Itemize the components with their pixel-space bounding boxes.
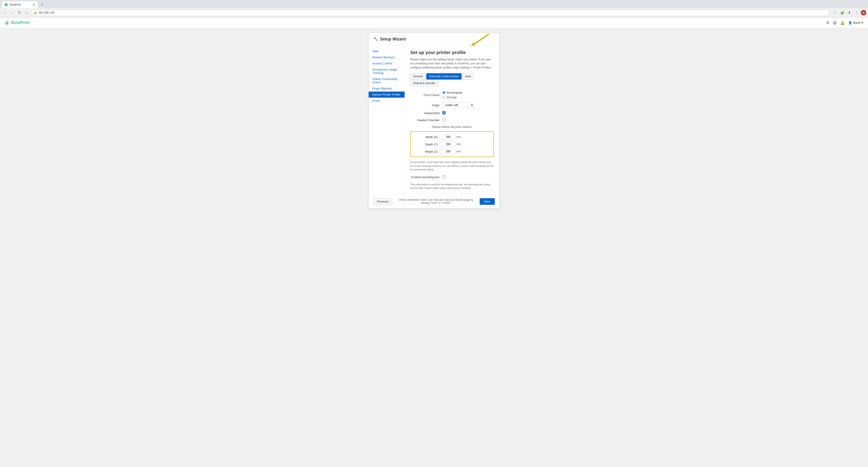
heated-bed-row: Heated Bed: [410, 111, 494, 115]
depth-unit: mm: [456, 143, 461, 146]
form-factor-circular[interactable]: Circular: [442, 96, 494, 99]
navbar-user[interactable]: 👤 Martin ▾: [848, 21, 864, 24]
heated-chamber-control: [442, 118, 494, 122]
navbar-user-dropdown-icon: ▾: [862, 21, 864, 24]
extensions-button[interactable]: 🧩: [839, 9, 845, 16]
tab-hotend[interactable]: Hotend & extruder: [410, 80, 438, 86]
wizard-wrapper: 🔧 Setup Wizard Start Restore Backup? Acc…: [368, 33, 500, 458]
custom-bounding-label: Custom bounding box: [410, 176, 440, 179]
address-bar-icons: 🔒: [34, 11, 37, 14]
tab-title: OctoPrint: [9, 3, 31, 6]
lock-icon: 🔒: [34, 11, 37, 14]
custom-bounding-row: Custom bounding box: [410, 175, 494, 179]
octoprint-logo-text: OctoPrint: [11, 20, 29, 25]
wizard-main: Set up your printer profile Please make …: [405, 45, 499, 195]
form-factor-circular-radio[interactable]: [442, 96, 445, 99]
depth-input-wrap: mm: [440, 142, 461, 147]
navbar-username: Martin: [853, 21, 861, 24]
sidebar-item-finish[interactable]: Finish: [369, 98, 405, 104]
octoprint-logo-icon: 🖨: [4, 20, 9, 25]
section-title: Set up your printer profile: [410, 50, 494, 55]
heated-chamber-row: Heated Chamber: [410, 118, 494, 122]
address-bar-row: ‹ › ↻ ⌂ 🔒 192.168.1.93 ☆ 🧩 ⬇ ⋮ M: [0, 8, 868, 17]
navbar-icons: ⚙ ⏻ 🔔 👤 Martin ▾: [826, 21, 864, 25]
hint-text: If your printer's print head may move sl…: [410, 160, 494, 172]
bell-icon[interactable]: 🔔: [840, 21, 845, 25]
height-input-wrap: mm: [440, 149, 461, 154]
heated-bed-checkbox[interactable]: [442, 111, 445, 114]
tab-print-bed[interactable]: Print bed & build volume: [426, 73, 462, 80]
form-factor-rectangular-radio[interactable]: [442, 91, 445, 94]
settings-icon[interactable]: ⚙: [826, 21, 829, 25]
width-label: Width (X): [415, 135, 438, 139]
wizard-sidebar: Start Restore Backup? Access Control Ano…: [369, 45, 405, 195]
width-input-wrap: mm: [440, 134, 461, 139]
width-row: Width (X) mm: [415, 134, 489, 139]
height-label: Height (Z): [415, 150, 438, 153]
tab-axes[interactable]: Axes: [462, 73, 474, 80]
new-tab-button[interactable]: +: [39, 2, 45, 8]
wizard-footer: Previous Unless otherwise noted, you may…: [369, 195, 499, 208]
depth-label: Depth (Y): [415, 143, 438, 146]
power-icon[interactable]: ⏻: [833, 21, 837, 25]
custom-bounding-checkbox[interactable]: [442, 175, 445, 178]
origin-select[interactable]: Lower Left Center: [442, 102, 474, 108]
sidebar-item-anonymous-usage[interactable]: Anonymous Usage Tracking: [369, 66, 405, 76]
width-unit: mm: [456, 135, 461, 138]
browser-actions: ☆ 🧩 ⬇ ⋮ M: [832, 9, 866, 16]
previous-button[interactable]: Previous: [373, 198, 393, 205]
origin-row: Origin Lower Left Center: [410, 102, 494, 108]
heated-bed-control: [442, 111, 494, 115]
tab-general[interactable]: General: [410, 73, 426, 80]
tab-close-btn[interactable]: ✕: [33, 3, 35, 6]
forward-button[interactable]: ›: [9, 9, 16, 16]
sidebar-item-access-control[interactable]: Access Control: [369, 60, 405, 66]
page-content: 🔧 Setup Wizard Start Restore Backup? Acc…: [0, 28, 868, 467]
depth-row: Depth (Y) mm: [415, 142, 489, 147]
user-icon: 👤: [848, 21, 852, 24]
sidebar-item-plugin-blacklist[interactable]: Plugin Blacklist: [369, 86, 405, 92]
origin-label: Origin: [410, 103, 440, 107]
info-text: This information is used for the tempera…: [410, 183, 494, 190]
sidebar-item-online-check[interactable]: Online Connectivity Check: [369, 76, 405, 86]
wizard-header-title: Setup Wizard: [380, 37, 406, 41]
star-button[interactable]: ☆: [832, 9, 838, 16]
form-factor-control: Rectangular Circular: [442, 91, 494, 99]
profile-avatar[interactable]: M: [861, 10, 866, 15]
height-input[interactable]: [440, 149, 456, 154]
heated-bed-label: Heated Bed: [410, 112, 440, 115]
wizard-header: 🔧 Setup Wizard: [369, 33, 499, 45]
custom-bounding-control: [442, 175, 494, 179]
form-factor-row: Form Factor Rectangular Circular: [410, 91, 494, 99]
home-button[interactable]: ⌂: [24, 9, 30, 16]
back-button[interactable]: ‹: [2, 9, 8, 16]
width-input[interactable]: [440, 134, 456, 139]
address-text: 192.168.1.93: [38, 11, 54, 14]
sidebar-item-restore-backup[interactable]: Restore Backup?: [369, 54, 405, 60]
height-unit: mm: [456, 150, 461, 153]
tab-bar: O OctoPrint ✕ +: [0, 0, 868, 8]
print-volume-box: Width (X) mm Depth (Y) mm: [410, 131, 494, 157]
download-button[interactable]: ⬇: [846, 9, 852, 16]
browser-chrome: O OctoPrint ✕ + ‹ › ↻ ⌂ 🔒 192.168.1.93 ☆…: [0, 0, 868, 18]
form-factor-label: Form Factor: [410, 93, 440, 97]
octoprint-navbar: 🖨 OctoPrint ⚙ ⏻ 🔔 👤 Martin ▾: [0, 18, 868, 28]
origin-control: Lower Left Center: [442, 102, 494, 108]
form-factor-rectangular[interactable]: Rectangular: [442, 91, 494, 94]
menu-button[interactable]: ⋮: [854, 9, 860, 16]
footer-hint: Unless otherwise noted, you may just ski…: [396, 198, 476, 205]
section-description: Please make sure the settings below matc…: [410, 57, 494, 70]
tab-favicon: O: [4, 3, 8, 6]
next-button[interactable]: Next: [480, 198, 495, 205]
address-bar[interactable]: 🔒 192.168.1.93: [31, 9, 829, 16]
heated-chamber-label: Heated Chamber: [410, 119, 440, 122]
heated-chamber-checkbox[interactable]: [442, 118, 445, 121]
depth-input[interactable]: [440, 142, 456, 147]
octoprint-logo: 🖨 OctoPrint: [4, 20, 29, 25]
height-row: Height (Z) mm: [415, 149, 489, 154]
sidebar-item-default-printer[interactable]: Default Printer Profile: [369, 92, 405, 98]
wizard-body: Start Restore Backup? Access Control Ano…: [369, 45, 499, 195]
sidebar-item-start[interactable]: Start: [369, 48, 405, 54]
browser-tab[interactable]: O OctoPrint ✕: [2, 1, 38, 8]
refresh-button[interactable]: ↻: [16, 9, 23, 16]
